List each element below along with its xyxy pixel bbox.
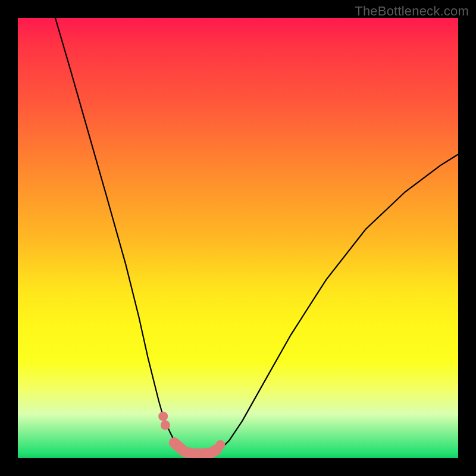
valley-highlight xyxy=(174,443,217,454)
chart-svg xyxy=(18,18,458,458)
watermark-label: TheBottleneck.com xyxy=(355,4,469,19)
marker-dot xyxy=(215,440,225,450)
marker-dot xyxy=(161,421,170,430)
bottleneck-curve xyxy=(55,18,458,454)
plot-area xyxy=(18,18,458,458)
chart-frame: TheBottleneck.com xyxy=(0,0,476,476)
marker-dot xyxy=(158,412,168,421)
